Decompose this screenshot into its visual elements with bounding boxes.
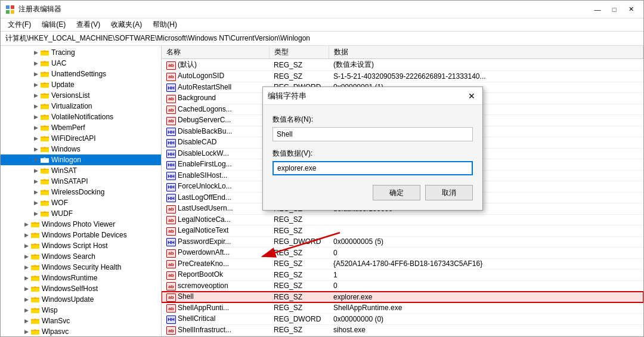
tree-item-wisp[interactable]: ▶ Wisp [1,305,161,316]
menu-item-h[interactable]: 帮助(H) [148,18,182,31]
data-input[interactable] [273,161,473,175]
tree-item-windows-portable-devices[interactable]: ▶ Windows Portable Devices [1,230,161,240]
tree-item-label: Update [51,81,75,89]
folder-icon [40,188,49,196]
expand-icon[interactable]: ▶ [32,209,40,218]
tree-item-tracing[interactable]: ▶ Tracing [1,47,161,58]
tree-item-versionslist[interactable]: ▶ VersionsList [1,90,161,101]
expand-icon[interactable]: ▶ [32,70,40,78]
table-row[interactable]: abShellREG_SZexplorer.exe [162,292,643,303]
col-type[interactable]: 类型 [269,46,329,59]
expand-icon[interactable]: ▶ [22,306,30,314]
table-row[interactable]: HHShellCriticalREG_DWORD0x00000000 (0) [162,314,643,325]
tree-item-winsat[interactable]: ▶ WinSAT [1,165,161,176]
address-bar: 计算机\HKEY_LOCAL_MACHINE\SOFTWARE\Microsof… [1,32,643,46]
menu-item-v[interactable]: 查看(V) [72,18,105,31]
dialog-body: 数值名称(N): 数值数据(V): 确定 取消 [263,105,482,210]
expand-icon[interactable]: ▶ [32,113,40,121]
tree-item-winlogon[interactable]: ▼ Winlogon [1,154,161,165]
expand-icon[interactable]: ▶ [22,252,30,261]
expand-icon[interactable]: ▶ [32,199,40,207]
tree-item-windowsruntime[interactable]: ▶ WindowsRuntime [1,273,161,283]
expand-icon[interactable]: ▶ [22,317,30,325]
tree-item-label: WindowsRuntime [42,274,97,282]
table-row[interactable]: ab(默认)REG_SZ(数值未设置) [162,59,643,71]
expand-icon[interactable]: ▶ [22,242,30,250]
tree-item-windows-script-host[interactable]: ▶ Windows Script Host [1,240,161,251]
expand-icon[interactable]: ▶ [32,48,40,57]
close-button[interactable]: ✕ [623,4,639,16]
expand-icon[interactable]: ▶ [32,134,40,143]
menu-item-a[interactable]: 收藏夹(A) [106,18,147,31]
folder-icon [30,274,40,282]
expand-icon[interactable]: ▶ [32,177,40,185]
tree-item-windows[interactable]: ▶ Windows [1,144,161,154]
tree-item-volatilenotifications[interactable]: ▶ VolatileNotifications [1,112,161,122]
name-input[interactable] [273,127,473,141]
expand-icon[interactable]: ▼ [32,156,40,164]
col-data[interactable]: 数据 [329,46,643,59]
table-row[interactable]: abReportBootOkREG_SZ1 [162,270,643,281]
expand-icon[interactable]: ▶ [22,274,30,282]
table-row[interactable]: abShellInfrastruct...REG_SZsihost.exe [162,324,643,336]
col-name[interactable]: 名称 [162,46,269,59]
table-row[interactable]: abPowerdownAft...REG_SZ0 [162,248,643,259]
folder-icon [30,285,40,293]
folder-icon [30,306,40,314]
tree-item-windows-security-health[interactable]: ▶ Windows Security Health [1,262,161,273]
tree-item-windows-search[interactable]: ▶ Windows Search [1,251,161,262]
expand-icon[interactable]: ▶ [22,327,30,336]
table-row[interactable]: abLegalNoticeTextREG_SZ [162,225,643,237]
expand-icon[interactable]: ▶ [32,188,40,196]
expand-icon[interactable]: ▶ [22,263,30,271]
tree-item-windowsselfhost[interactable]: ▶ WindowsSelfHost [1,283,161,294]
tree-item-wof[interactable]: ▶ WOF [1,197,161,208]
tree-item-wirelessdocking[interactable]: ▶ WirelessDocking [1,187,161,197]
tree-item-winsatapi[interactable]: ▶ WinSATAPI [1,176,161,187]
tree-item-label: WbemPerf [51,123,85,132]
cancel-button[interactable]: 取消 [425,185,473,200]
expand-icon[interactable]: ▶ [32,81,40,89]
tree-item-wbemperf[interactable]: ▶ WbemPerf [1,122,161,133]
reg-type-icon: ab [166,260,176,268]
expand-icon[interactable]: ▶ [22,220,30,228]
menu-item-e[interactable]: 编辑(E) [37,18,70,31]
table-row[interactable]: HHShutdownFlagsREG_DWORD0x8000022b (2147… [162,336,643,337]
tree-item-wifidirectapi[interactable]: ▶ WiFiDirectAPI [1,133,161,144]
tree-item-uac[interactable]: ▶ UAC [1,58,161,69]
tree-item-wlansvc[interactable]: ▶ WlanSvc [1,316,161,326]
tree-item-label: WindowsSelfHost [42,285,98,293]
maximize-button[interactable]: □ [606,4,622,16]
expand-icon[interactable]: ▶ [32,91,40,100]
expand-icon[interactable]: ▶ [32,59,40,67]
table-row[interactable]: HHPasswordExpir...REG_DWORD0x00000005 (5… [162,236,643,248]
tree-item-label: WinSATAPI [51,177,88,185]
reg-type-icon: HH [166,316,176,324]
tree-item-windows-photo-viewer[interactable]: ▶ Windows Photo Viewer [1,219,161,230]
tree-item-unattendsettings[interactable]: ▶ UnattendSettings [1,69,161,79]
table-row[interactable]: abPreCreateKno...REG_SZ{A520A1A4-1780-4F… [162,258,643,270]
tree-item-label: WiFiDirectAPI [51,134,96,143]
table-row[interactable]: abShellAppRunti...REG_SZShellAppRuntime.… [162,302,643,314]
expand-icon[interactable]: ▶ [32,123,40,132]
tree-item-virtualization[interactable]: ▶ Virtualization [1,101,161,112]
expand-icon[interactable]: ▶ [32,102,40,110]
expand-icon[interactable]: ▶ [22,231,30,239]
menu-item-f[interactable]: 文件(F) [3,18,36,31]
table-row[interactable]: abscremoveoptionREG_SZ0 [162,280,643,292]
ok-button[interactable]: 确定 [373,185,420,200]
tree-item-windowsupdate[interactable]: ▶ WindowsUpdate [1,294,161,305]
reg-type: REG_DWORD [269,336,329,337]
expand-icon[interactable]: ▶ [32,145,40,153]
tree-item-update[interactable]: ▶ Update [1,79,161,90]
table-row[interactable]: abLegalNoticeCa...REG_SZ [162,214,643,225]
dialog-close-button[interactable]: ✕ [466,90,478,102]
tree-item-wlpasvc[interactable]: ▶ Wlpasvc [1,326,161,336]
tree-item-wudf[interactable]: ▶ WUDF [1,208,161,219]
expand-icon[interactable]: ▶ [32,166,40,175]
expand-icon[interactable]: ▶ [22,295,30,304]
tree-panel[interactable]: ▶ Tracing▶ UAC▶ UnattendSettings▶ Update… [1,46,162,336]
table-row[interactable]: abAutoLogonSIDREG_SZS-1-5-21-4032090539-… [162,71,643,82]
minimize-button[interactable]: — [590,4,605,16]
expand-icon[interactable]: ▶ [22,285,30,293]
